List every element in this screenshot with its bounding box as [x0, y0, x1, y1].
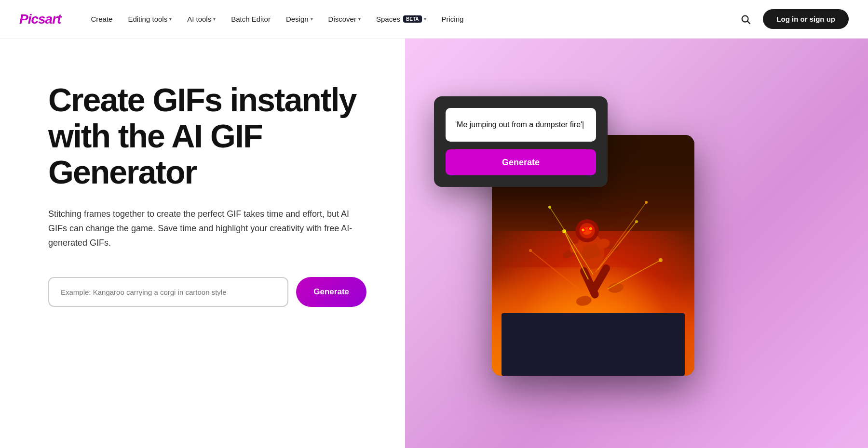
hero-title: Create GIFs instantly with the AI GIF Ge… [48, 82, 366, 190]
svg-point-14 [575, 295, 592, 307]
logo[interactable]: Picsart [19, 12, 61, 27]
navbar: Picsart Create Editing tools ▾ AI tools … [0, 0, 868, 39]
prompt-input[interactable] [48, 277, 288, 307]
hero-section: Create GIFs instantly with the AI GIF Ge… [0, 39, 405, 448]
nav-design[interactable]: Design ▾ [279, 11, 320, 27]
ai-prompt-card: 'Me jumping out from a dumpster fire'| G… [434, 96, 608, 187]
beta-badge: BETA [403, 15, 421, 23]
ai-prompt-text: 'Me jumping out from a dumpster fire'| [446, 108, 596, 142]
generate-form: Generate [48, 277, 366, 307]
nav-discover[interactable]: Discover ▾ [322, 11, 367, 27]
chevron-down-icon: ▾ [311, 16, 313, 22]
chevron-down-icon: ▾ [213, 16, 216, 22]
nav-ai-tools[interactable]: AI tools ▾ [180, 11, 222, 27]
nav-right: Log in or sign up [736, 9, 849, 29]
ai-generate-button[interactable]: Generate [446, 149, 596, 175]
hero-visual: 'Me jumping out from a dumpster fire'| G… [405, 39, 868, 448]
generate-button[interactable]: Generate [296, 277, 366, 307]
nav-editing-tools[interactable]: Editing tools ▾ [121, 11, 178, 27]
search-button[interactable] [736, 10, 755, 29]
svg-point-15 [607, 282, 624, 294]
nav-batch-editor[interactable]: Batch Editor [224, 11, 277, 27]
chevron-down-icon: ▾ [424, 16, 426, 22]
nav-links: Create Editing tools ▾ AI tools ▾ Batch … [84, 11, 736, 27]
chevron-down-icon: ▾ [169, 16, 172, 22]
nav-create[interactable]: Create [84, 11, 119, 27]
main-content: Create GIFs instantly with the AI GIF Ge… [0, 39, 868, 448]
hero-description: Stitching frames together to create the … [48, 207, 357, 250]
login-button[interactable]: Log in or sign up [763, 9, 849, 29]
nav-pricing[interactable]: Pricing [435, 11, 471, 27]
search-icon [740, 14, 751, 25]
chevron-down-icon: ▾ [358, 16, 361, 22]
container-box [502, 313, 685, 376]
nav-spaces[interactable]: Spaces BETA ▾ [369, 11, 433, 27]
svg-line-1 [747, 21, 750, 24]
